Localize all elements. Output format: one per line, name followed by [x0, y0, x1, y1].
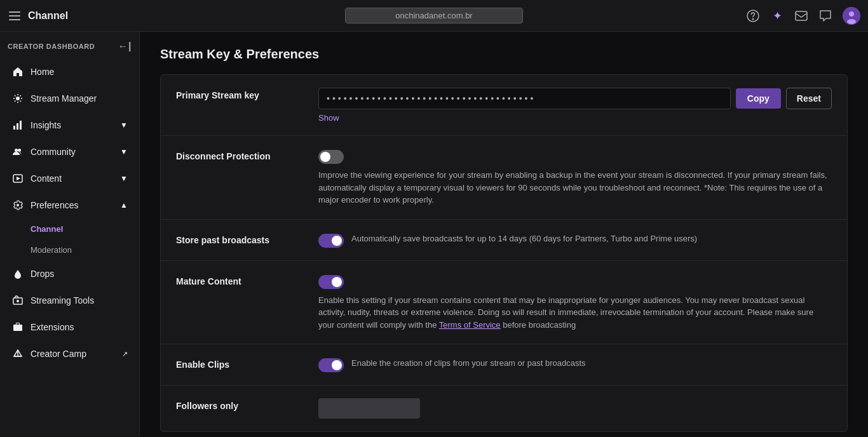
disconnect-protection-row: Disconnect Protection Improve the viewin…: [161, 136, 847, 220]
svg-point-7: [849, 11, 854, 17]
svg-point-4: [752, 18, 754, 20]
mature-content-content: Enable this setting if your stream conta…: [318, 274, 832, 332]
sidebar-item-stream-manager[interactable]: Stream Manager: [3, 86, 137, 111]
followers-only-content: [318, 398, 832, 419]
mature-content-row: Mature Content Enable this setting if yo…: [161, 261, 847, 345]
page-title: Stream Key & Preferences: [160, 47, 848, 62]
sidebar-item-creator-camp-label: Creator Camp: [31, 349, 86, 359]
sidebar-item-home[interactable]: Home: [3, 59, 137, 84]
mature-content-label: Mature Content: [176, 274, 303, 286]
topbar: Channel onchinadanet.com.br ✦: [0, 0, 868, 32]
disconnect-toggle-wrap: [318, 149, 832, 164]
copy-button[interactable]: Copy: [736, 88, 781, 109]
stream-key-input[interactable]: [318, 88, 731, 109]
sidebar-item-stream-manager-label: Stream Manager: [31, 93, 97, 104]
sidebar-item-content[interactable]: Content ▼: [3, 166, 137, 191]
svg-rect-1: [9, 15, 20, 17]
mail-icon[interactable]: [794, 9, 808, 23]
sidebar-item-community-label: Community: [31, 147, 76, 157]
settings-card: Primary Stream key Copy Reset Show Disco…: [160, 74, 848, 432]
enable-clips-toggle[interactable]: [318, 358, 344, 372]
help-icon[interactable]: [746, 9, 760, 23]
chat-icon[interactable]: [818, 9, 832, 23]
reset-button[interactable]: Reset: [786, 88, 832, 109]
sidebar-item-streaming-tools[interactable]: Streaming Tools: [3, 288, 137, 313]
layout: CREATOR DASHBOARD ←| Home Stream Manager…: [0, 32, 868, 437]
svg-rect-0: [9, 11, 20, 13]
home-icon: [11, 65, 24, 78]
sidebar-item-preferences[interactable]: Preferences ▲: [3, 192, 137, 218]
store-past-broadcasts-content: Automatically save broadcasts for up to …: [318, 232, 832, 248]
disconnect-protection-toggle[interactable]: [318, 150, 344, 164]
sidebar-item-preferences-label: Preferences: [31, 200, 78, 210]
svg-point-13: [15, 149, 18, 152]
enable-clips-toggle-slider: [318, 358, 344, 372]
terms-of-service-link[interactable]: Terms of Service: [439, 320, 501, 330]
svg-rect-10: [13, 126, 15, 130]
topbar-right: ✦: [746, 7, 860, 25]
url-bar[interactable]: onchinadanet.com.br: [345, 8, 523, 24]
content-chevron: ▼: [120, 174, 128, 183]
svg-rect-12: [20, 121, 22, 130]
svg-point-14: [18, 149, 21, 152]
extensions-icon: [11, 321, 24, 333]
sidebar-item-insights-label: Insights: [31, 120, 61, 130]
sidebar-item-streaming-tools-label: Streaming Tools: [31, 295, 94, 306]
sidebar-header: CREATOR DASHBOARD ←|: [0, 32, 139, 58]
store-broadcasts-toggle-slider: [318, 234, 344, 248]
menu-icon[interactable]: [8, 9, 22, 23]
primary-stream-key-label: Primary Stream key: [176, 88, 303, 100]
magic-icon[interactable]: ✦: [770, 9, 784, 23]
sidebar-header-label: CREATOR DASHBOARD: [8, 43, 95, 50]
svg-point-9: [16, 97, 20, 100]
sidebar-item-insights[interactable]: Insights ▼: [3, 112, 137, 138]
followers-only-label: Followers only: [176, 398, 303, 411]
show-key-link[interactable]: Show: [318, 113, 339, 123]
disconnect-toggle-slider: [318, 150, 344, 164]
sidebar-item-community[interactable]: Community ▼: [3, 139, 137, 165]
stream-key-row: Copy Reset: [318, 88, 832, 109]
sidebar-item-drops[interactable]: Drops: [3, 261, 137, 286]
sidebar-item-creator-camp[interactable]: Creator Camp ↗: [3, 341, 137, 366]
sidebar-item-extensions-label: Extensions: [31, 322, 74, 332]
community-icon: [11, 145, 24, 158]
disconnect-protection-content: Improve the viewing experience for your …: [318, 149, 832, 206]
sidebar-collapse-btn[interactable]: ←|: [118, 41, 132, 52]
sidebar-item-content-label: Content: [31, 173, 62, 184]
store-past-broadcasts-toggle[interactable]: [318, 234, 344, 248]
sidebar-sub-item-moderation[interactable]: Moderation: [3, 240, 137, 260]
content-icon: [11, 172, 24, 185]
preferences-chevron: ▲: [120, 201, 128, 210]
sidebar-sub-item-channel-label: Channel: [31, 224, 63, 234]
svg-point-18: [17, 300, 19, 302]
svg-point-8: [847, 19, 856, 24]
preferences-icon: [11, 199, 24, 212]
main-content: Stream Key & Preferences Primary Stream …: [140, 32, 868, 437]
topbar-left: Channel: [8, 9, 68, 23]
followers-only-control[interactable]: [318, 398, 420, 419]
sidebar-item-extensions[interactable]: Extensions: [3, 314, 137, 340]
community-chevron: ▼: [120, 147, 128, 156]
insights-icon: [11, 119, 24, 131]
enable-clips-toggle-wrap: Enable the creation of clips from your s…: [318, 357, 832, 372]
creator-camp-external-icon: ↗: [122, 350, 128, 358]
drops-icon: [11, 267, 24, 280]
store-broadcasts-toggle-wrap: Automatically save broadcasts for up to …: [318, 232, 832, 248]
mature-content-toggle-wrap: [318, 274, 832, 289]
topbar-title: Channel: [28, 10, 68, 22]
svg-marker-16: [17, 177, 20, 180]
followers-only-row: Followers only: [161, 386, 847, 431]
enable-clips-row: Enable Clips Enable the creation of clip…: [161, 344, 847, 386]
insights-chevron: ▼: [120, 121, 128, 130]
mature-content-toggle[interactable]: [318, 275, 344, 289]
svg-rect-5: [796, 11, 807, 20]
mature-content-desc: Enable this setting if your stream conta…: [318, 294, 832, 332]
svg-rect-2: [9, 19, 20, 20]
primary-stream-key-content: Copy Reset Show: [318, 88, 832, 123]
mature-content-toggle-slider: [318, 275, 344, 289]
avatar[interactable]: [843, 7, 860, 25]
enable-clips-label: Enable Clips: [176, 357, 303, 370]
sidebar-sub-item-moderation-label: Moderation: [31, 245, 72, 255]
sidebar-sub-item-channel[interactable]: Channel: [3, 219, 137, 239]
sidebar-item-drops-label: Drops: [31, 269, 54, 279]
